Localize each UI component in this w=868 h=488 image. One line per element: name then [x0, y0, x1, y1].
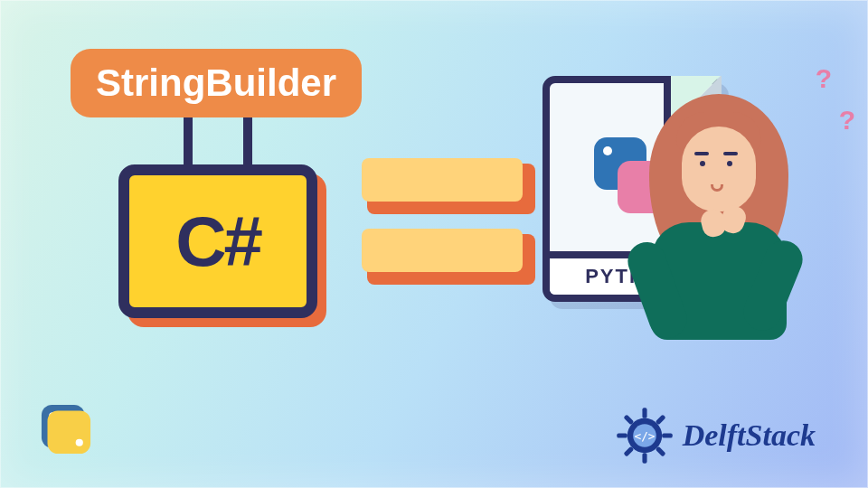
csharp-sign: C# — [118, 108, 318, 325]
svg-rect-4 — [662, 433, 673, 437]
delftstack-logo: </> DelftStack — [616, 407, 816, 465]
svg-rect-1 — [642, 408, 646, 418]
svg-rect-3 — [617, 433, 627, 437]
python-corner-icon — [31, 394, 101, 465]
equals-icon — [362, 158, 524, 285]
gear-icon: </> — [616, 407, 674, 465]
stringbuilder-badge: StringBuilder — [71, 49, 362, 117]
equals-bar-top — [362, 158, 523, 202]
sign-panel: C# — [118, 164, 317, 318]
svg-rect-2 — [642, 453, 646, 464]
svg-text:</>: </> — [634, 429, 655, 443]
sign-text: C# — [175, 201, 260, 283]
brand-name: DelftStack — [683, 418, 816, 453]
badge-label: StringBuilder — [96, 61, 336, 104]
question-mark-icon: ? — [839, 105, 855, 136]
question-mark-icon: ? — [816, 63, 832, 94]
equals-bar-bottom — [362, 229, 523, 272]
thinking-woman-illustration — [624, 87, 814, 340]
